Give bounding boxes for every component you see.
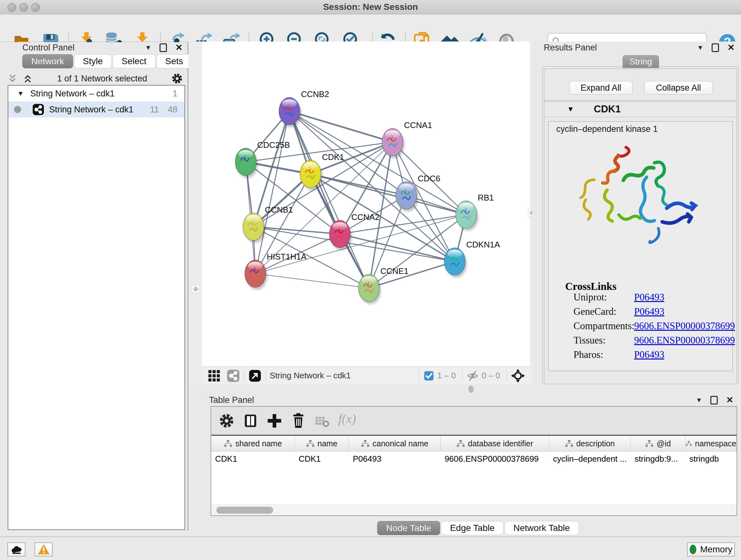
gene-section-header[interactable]: ▼ CDK1 xyxy=(544,102,737,117)
crosslink-link[interactable]: 9606.ENSP00000378699 xyxy=(634,334,735,346)
tab-string[interactable]: String xyxy=(623,55,659,68)
memory-button[interactable]: Memory xyxy=(687,543,735,557)
close-panel-icon[interactable]: ✕ xyxy=(726,396,733,405)
expand-collapse-bar: Expand All Collapse All xyxy=(544,69,737,101)
node-label: HIST1H1A xyxy=(267,252,307,261)
selected-checkbox-icon[interactable] xyxy=(423,370,434,381)
network-node-ccne1[interactable]: CCNE1 xyxy=(358,266,408,304)
network-node-rb1[interactable]: RB1 xyxy=(456,193,494,231)
collapse-all-button[interactable]: Collapse All xyxy=(644,81,713,95)
table-row[interactable]: CDK1CDK1P064939606.ENSP00000378699cyclin… xyxy=(211,451,737,466)
float-panel-icon[interactable] xyxy=(711,396,718,405)
table-cell: P06493 xyxy=(349,451,441,466)
delete-table-button[interactable] xyxy=(314,412,332,430)
show-columns-button[interactable] xyxy=(242,412,260,430)
network-tree: ▼ String Network – cdk1 1 String Network… xyxy=(8,85,185,530)
horizontal-scrollbar[interactable] xyxy=(211,504,737,515)
splitter-handle[interactable] xyxy=(468,386,474,393)
network-status-dot-icon xyxy=(14,106,21,113)
crosslink-link[interactable]: P06493 xyxy=(634,349,664,361)
table-cell: 9606.ENSP00000378699 xyxy=(441,451,549,466)
shared-column-icon xyxy=(456,439,465,448)
collapse-panel-icon[interactable]: ▼ xyxy=(145,44,151,51)
warnings-button[interactable] xyxy=(35,543,53,557)
collapse-panel-icon[interactable]: ▼ xyxy=(697,44,704,51)
float-panel-icon[interactable] xyxy=(712,44,719,52)
column-header-label: name xyxy=(318,439,338,448)
footer-separator xyxy=(462,370,462,382)
collapse-panel-icon[interactable]: ▼ xyxy=(696,396,702,404)
control-panel-title: Control Panel xyxy=(22,43,75,53)
string-network-icon xyxy=(32,103,45,116)
column-header-label: shared name xyxy=(235,439,282,448)
delete-column-button[interactable] xyxy=(290,412,308,430)
network-canvas[interactable]: CCNB2CCNA1CDC25BCDK1CDC6RB1CCNB1CCNA2CDK… xyxy=(202,42,530,367)
crosslink-link[interactable]: P06493 xyxy=(634,292,664,303)
column-header-shared-name[interactable]: shared name xyxy=(211,436,295,451)
column-header-@id[interactable]: @id xyxy=(630,436,685,451)
column-header-name[interactable]: name xyxy=(295,436,349,451)
results-panel: Results Panel ▼ ✕ String Expand All Coll… xyxy=(532,42,741,385)
zoom-window-button[interactable] xyxy=(31,3,40,12)
chevron-double-up-icon[interactable] xyxy=(22,73,33,84)
tab-edge-table[interactable]: Edge Table xyxy=(441,521,503,535)
shared-column-icon xyxy=(224,439,232,448)
crosslink-label: Compartments: xyxy=(574,320,634,332)
birds-eye-view-icon[interactable] xyxy=(226,369,240,383)
node-label: CDC6 xyxy=(418,174,441,183)
tree-expander-icon[interactable]: ▼ xyxy=(17,90,24,98)
plus-icon xyxy=(266,413,283,429)
string-results-container: Expand All Collapse All ▼ CDK1 cyclin–de… xyxy=(542,66,738,385)
gene-name: CDK1 xyxy=(594,104,621,115)
network-selection-status: 1 of 1 Network selected xyxy=(33,74,171,84)
splitter-handle[interactable] xyxy=(192,285,199,293)
table-cell: cyclin–dependent ... xyxy=(549,451,631,466)
network-collection-row[interactable]: ▼ String Network – cdk1 1 xyxy=(8,85,185,102)
cloud-status-button[interactable] xyxy=(7,543,25,557)
network-node-ccnb1[interactable]: CCNB1 xyxy=(243,205,293,243)
gene-list: ▼ CDK1 cyclin–dependent kinase 1 xyxy=(544,101,737,384)
chevron-double-down-icon[interactable] xyxy=(7,73,18,84)
tab-sets[interactable]: Sets xyxy=(156,54,192,68)
column-header-namespace[interactable]: namespace xyxy=(685,436,737,451)
tab-network-table[interactable]: Network Table xyxy=(504,521,579,535)
network-node-ccna1[interactable]: CCNA1 xyxy=(382,120,432,159)
crosslink-link[interactable]: P06493 xyxy=(634,306,664,317)
create-column-button[interactable] xyxy=(266,412,284,430)
column-header-database-identifier[interactable]: database identifier xyxy=(441,436,549,451)
gear-icon[interactable] xyxy=(171,72,183,84)
crosslink-link[interactable]: 9606.ENSP00000378699 xyxy=(634,320,735,332)
scrollbar-thumb[interactable] xyxy=(216,507,273,514)
grid-view-icon[interactable] xyxy=(207,369,221,383)
network-row[interactable]: String Network – cdk1 11 48 xyxy=(8,102,185,118)
column-header-canonical-name[interactable]: canonical name xyxy=(349,436,441,451)
close-panel-icon[interactable]: ✕ xyxy=(175,44,183,52)
float-panel-icon[interactable] xyxy=(159,44,167,52)
open-in-window-icon[interactable] xyxy=(248,369,262,382)
column-header-description[interactable]: description xyxy=(549,436,631,451)
node-label: CCNB2 xyxy=(301,89,329,99)
expand-all-button[interactable]: Expand All xyxy=(569,81,632,95)
tab-style[interactable]: Style xyxy=(74,54,112,68)
hidden-eye-icon[interactable] xyxy=(466,369,479,382)
horizontal-splitter[interactable] xyxy=(188,384,741,395)
tab-select[interactable]: Select xyxy=(113,54,155,68)
tab-network[interactable]: Network xyxy=(22,54,73,68)
network-node-cdkn1a[interactable]: CDKN1A xyxy=(444,240,500,278)
control-panel-tabs: NetworkStyleSelectSets xyxy=(22,54,193,68)
footer-separator xyxy=(507,370,507,382)
cloud-icon xyxy=(10,545,23,554)
footer-separator xyxy=(244,370,245,382)
table-settings-button[interactable] xyxy=(218,412,236,430)
node-label: CDKN1A xyxy=(466,240,500,249)
close-window-button[interactable] xyxy=(7,3,16,12)
minimize-window-button[interactable] xyxy=(19,3,28,12)
memory-label: Memory xyxy=(700,544,732,555)
tab-node-table[interactable]: Node Table xyxy=(377,521,440,535)
close-panel-icon[interactable]: ✕ xyxy=(727,44,735,52)
fit-content-crosshair-icon[interactable] xyxy=(511,368,525,383)
function-builder-button[interactable]: f(x) xyxy=(338,411,356,426)
vertical-splitter[interactable] xyxy=(188,42,202,384)
collapse-section-icon[interactable]: ▼ xyxy=(567,105,574,113)
network-selection-bar: 1 of 1 Network selected xyxy=(7,71,183,85)
